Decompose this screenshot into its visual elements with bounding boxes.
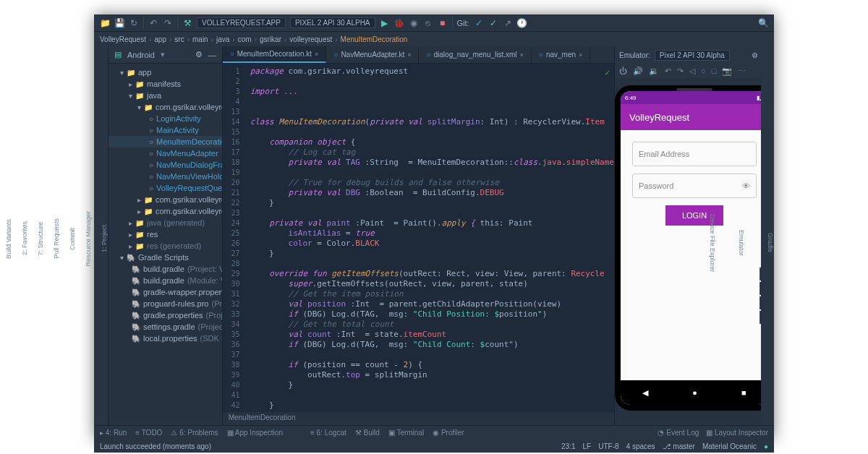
- tree-item[interactable]: 🐘gradle.properties (Project Properties): [109, 309, 222, 321]
- code-editor[interactable]: ✓package com.gsrikar.volleyrequest impor…: [244, 64, 614, 412]
- profile-icon[interactable]: ◉: [409, 18, 419, 28]
- tree-item[interactable]: ○MainActivity: [109, 124, 222, 136]
- phone-frame: 6:49 ▮◢ VolleyRequest Email Address Pass…: [615, 85, 774, 411]
- vcs-history-icon[interactable]: 🕐: [517, 18, 527, 28]
- tool-logcat[interactable]: ≡ 6: Logcat: [310, 429, 346, 437]
- stop-icon[interactable]: ■: [438, 18, 448, 28]
- vcs-label: Git:: [457, 19, 469, 27]
- project-view[interactable]: Android: [127, 51, 155, 59]
- rail-build[interactable]: Build Variants: [5, 219, 12, 259]
- attach-icon[interactable]: ⎋: [423, 18, 433, 28]
- tree-item[interactable]: ▾🐘Gradle Scripts: [109, 252, 222, 263]
- tool-inspection[interactable]: ▦ App Inspection: [227, 429, 283, 437]
- tree-item[interactable]: ▾📁java: [109, 90, 222, 101]
- rotate-right-icon[interactable]: ↷: [677, 67, 684, 76]
- tree-item[interactable]: ▸📁com.gsrikar.volleyrequest (androidTest…: [109, 194, 222, 205]
- redo-icon[interactable]: ↷: [163, 18, 173, 28]
- tree-item[interactable]: 🐘gradle-wrapper.properties (Gradle Versi…: [109, 286, 222, 298]
- tree-item[interactable]: ○NavMenuAdapter: [109, 147, 222, 159]
- overview-icon[interactable]: □: [712, 67, 717, 75]
- tool-layout[interactable]: ▦ Layout Inspector: [706, 429, 768, 437]
- tree-item[interactable]: 🐘build.gradle (Module: VolleyRequest.app…: [109, 275, 222, 286]
- tree-item[interactable]: ○VolleyRequestQueue: [109, 182, 222, 194]
- sync-icon[interactable]: ↻: [129, 18, 139, 28]
- tree-item[interactable]: ▸📁manifests: [109, 78, 222, 90]
- tree-item[interactable]: 🐘build.gradle (Project: VolleyRequest): [109, 263, 222, 275]
- tree-item[interactable]: ▸📁com.gsrikar.volleyrequest (test): [109, 205, 222, 217]
- editor-breadcrumb[interactable]: MenuItemDecoration: [223, 412, 614, 425]
- rail-resource[interactable]: Resource Manager: [85, 211, 92, 267]
- rail-pr[interactable]: Pull Requests: [53, 218, 60, 259]
- emu-device[interactable]: Pixel 2 API 30 Alpha: [655, 50, 730, 61]
- tree-item[interactable]: ○LoginActivity: [109, 113, 222, 124]
- tree-item[interactable]: ○MenuItemDecoration: [109, 136, 222, 147]
- tree-item[interactable]: ▸📁res (generated): [109, 240, 222, 252]
- nav-back-icon[interactable]: ◀: [642, 388, 648, 398]
- tree-item[interactable]: 🐘local.properties (SDK Location): [109, 333, 222, 344]
- undo-icon[interactable]: ↶: [148, 18, 158, 28]
- tool-profiler[interactable]: ◉ Profiler: [433, 429, 464, 437]
- app-bar: VolleyRequest: [621, 104, 768, 130]
- close-icon[interactable]: ×: [520, 51, 524, 59]
- rail-commit[interactable]: Commit: [69, 228, 76, 250]
- tool-terminal[interactable]: ▣ Terminal: [388, 429, 424, 437]
- close-icon[interactable]: ×: [315, 51, 318, 58]
- vcs-commit-icon[interactable]: ✓: [488, 18, 498, 28]
- project-panel: ▤ Android ▾ ⚙ — ▾📁app▸📁manifests▾📁java▾📁…: [109, 46, 223, 425]
- debug-icon[interactable]: 🐞: [394, 18, 404, 28]
- vcs-update-icon[interactable]: ✓: [474, 18, 484, 28]
- tool-run[interactable]: ▸ 4: Run: [100, 429, 127, 437]
- tree-item[interactable]: ▾📁app: [109, 67, 222, 78]
- save-icon[interactable]: 💾: [114, 18, 124, 28]
- more-icon[interactable]: ⋯: [738, 67, 746, 76]
- tool-problems[interactable]: ⚠ 6: Problems: [171, 429, 218, 437]
- open-icon[interactable]: 📁: [100, 18, 110, 28]
- gear-icon[interactable]: ⚙: [195, 50, 203, 59]
- editor-tab[interactable]: ○NavMenuAdapter.kt×: [326, 46, 419, 63]
- close-icon[interactable]: ×: [579, 51, 582, 59]
- rail-gradle[interactable]: Gradle: [767, 233, 774, 252]
- status-msg: Launch succeeded (moments ago): [100, 442, 211, 450]
- config-dropdown[interactable]: VOLLEYREQUEST.APP: [197, 17, 286, 28]
- device-dropdown[interactable]: PIXEL 2 API 30 ALPHA: [290, 17, 375, 28]
- vol-down-icon[interactable]: 🔉: [649, 67, 659, 76]
- tree-item[interactable]: ○NavMenuViewHolder: [109, 171, 222, 182]
- rail-emulator[interactable]: Emulator: [738, 230, 745, 256]
- power-icon[interactable]: ⏻: [619, 67, 627, 75]
- breadcrumb: VolleyRequest› app› src› main› java› com…: [94, 32, 774, 46]
- home-icon[interactable]: ○: [701, 67, 706, 75]
- tool-todo[interactable]: ≡ TODO: [135, 429, 162, 437]
- tree-item[interactable]: 🐘settings.gradle (Project Settings): [109, 321, 222, 333]
- editor-tab[interactable]: ○nav_men×: [532, 46, 590, 63]
- rail-favorites[interactable]: 2: Favorites: [21, 221, 28, 255]
- tree-item[interactable]: ▸📁java (generated): [109, 217, 222, 228]
- collapse-icon[interactable]: —: [208, 51, 216, 59]
- search-icon[interactable]: 🔍: [758, 18, 768, 28]
- email-field[interactable]: Email Address: [632, 142, 757, 166]
- tree-item[interactable]: 🐘proguard-rules.pro (ProGuard Rules for …: [109, 298, 222, 309]
- close-icon[interactable]: ×: [407, 51, 411, 59]
- tree-item[interactable]: ▾📁com.gsrikar.volleyrequest: [109, 101, 222, 113]
- tool-build[interactable]: ⚒ Build: [355, 429, 380, 437]
- password-field[interactable]: Password👁: [632, 174, 757, 198]
- back-icon[interactable]: ◁: [689, 67, 695, 76]
- tree-item[interactable]: ▸📁res: [109, 228, 222, 240]
- left-tool-rail: 1: Project Resource Manager Commit Pull …: [94, 46, 109, 425]
- rail-project[interactable]: 1: Project: [101, 225, 108, 252]
- vol-up-icon[interactable]: 🔊: [633, 67, 643, 76]
- rail-device-explorer[interactable]: Device File Explorer: [709, 214, 716, 273]
- gear-icon[interactable]: ⚙: [752, 51, 758, 59]
- rail-structure[interactable]: 7: Structure: [37, 222, 44, 256]
- editor-tab[interactable]: ○dialog_nav_menu_list.xml×: [419, 46, 531, 63]
- hammer-icon[interactable]: ⚒: [182, 18, 192, 28]
- rotate-left-icon[interactable]: ↶: [665, 67, 671, 76]
- screenshot-icon[interactable]: 📷: [722, 67, 732, 76]
- vcs-push-icon[interactable]: ↗: [503, 18, 513, 28]
- tool-eventlog[interactable]: ◔ Event Log: [658, 429, 699, 437]
- nav-recent-icon[interactable]: ■: [741, 388, 746, 397]
- editor-tab[interactable]: ○MenuItemDecoration.kt×: [223, 46, 327, 63]
- run-icon[interactable]: ▶: [380, 18, 390, 28]
- nav-home-icon[interactable]: ●: [692, 388, 697, 397]
- eye-icon[interactable]: 👁: [742, 181, 750, 190]
- tree-item[interactable]: ○NavMenuDialogFragment: [109, 159, 222, 171]
